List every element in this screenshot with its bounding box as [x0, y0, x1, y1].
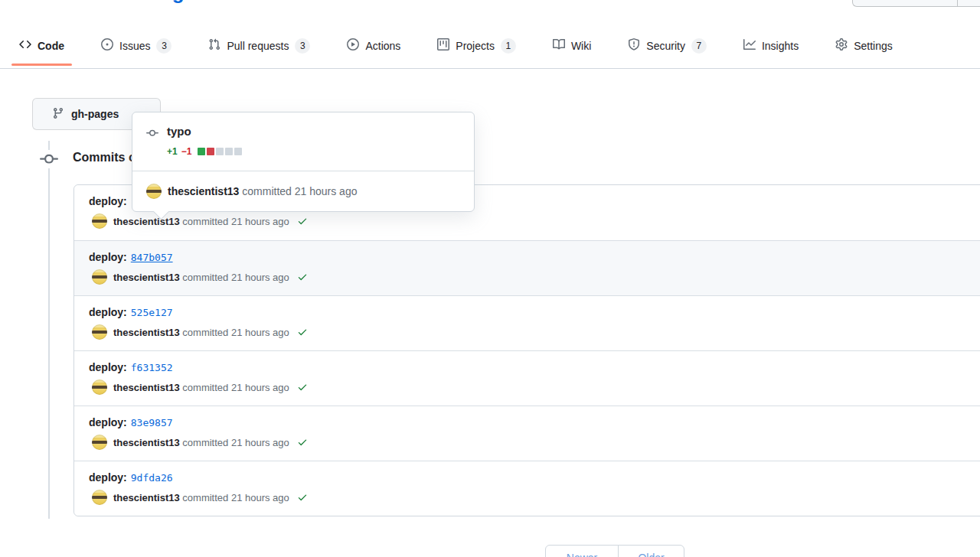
- diffstat-blocks: [198, 148, 242, 155]
- diff-block-neutral: [225, 148, 233, 155]
- hovercard-commit-section: typo +1 −1: [132, 112, 474, 171]
- git-branch-icon: [52, 107, 64, 122]
- tab-code[interactable]: Code: [11, 23, 73, 69]
- hovercard-commit-title: typo: [167, 125, 242, 138]
- repo-action-button-group[interactable]: [852, 0, 980, 7]
- commit-author-link[interactable]: thescientist13: [113, 382, 180, 393]
- graph-icon: [743, 38, 756, 53]
- hovercard-commit-time: committed 21 hours ago: [242, 185, 357, 197]
- commit-message-prefix: deploy:: [89, 195, 127, 207]
- gear-icon: [835, 38, 848, 53]
- check-icon[interactable]: [297, 382, 308, 393]
- commit-time: committed 21 hours ago: [182, 272, 289, 283]
- commit-time: committed 21 hours ago: [182, 437, 289, 448]
- check-icon[interactable]: [297, 216, 308, 226]
- tab-wiki[interactable]: Wiki: [544, 23, 599, 69]
- commit-title: deploy:9dfda26: [89, 471, 980, 485]
- commit-meta: thescientist13 committed 21 hours ago: [92, 490, 980, 505]
- commit-sha-link[interactable]: 83e9857: [131, 417, 173, 428]
- tab-insights-label: Insights: [762, 40, 799, 52]
- commit-time: committed 21 hours ago: [182, 327, 289, 338]
- tab-issues-counter: 3: [156, 38, 172, 54]
- commit-row-4: deploy:f631352 thescientist13 committed …: [74, 350, 980, 406]
- tab-settings-label: Settings: [854, 40, 893, 52]
- commit-meta: thescientist13 committed 21 hours ago: [92, 435, 980, 450]
- tab-security-counter: 7: [691, 38, 707, 54]
- tab-pull-requests-counter: 3: [295, 38, 310, 54]
- commit-author-link[interactable]: thescientist13: [113, 327, 180, 338]
- avatar[interactable]: [92, 435, 107, 450]
- commit-sha-link[interactable]: 847b057: [131, 252, 173, 263]
- button-group-divider: [957, 0, 958, 6]
- tab-wiki-label: Wiki: [571, 40, 591, 52]
- tab-issues[interactable]: Issues 3: [93, 23, 180, 69]
- commit-row-5: deploy:83e9857 thescientist13 committed …: [74, 406, 980, 461]
- project-icon: [437, 38, 449, 53]
- avatar[interactable]: [92, 379, 107, 395]
- tab-insights[interactable]: Insights: [735, 23, 807, 69]
- commit-row-2: deploy:847b057 thescientist13 committed …: [74, 240, 980, 295]
- hovercard-author-section: thescientist13 committed 21 hours ago: [132, 171, 474, 211]
- commit-row-6: deploy:9dfda26 thescientist13 committed …: [74, 461, 980, 516]
- hovercard-diffstat: +1 −1: [167, 146, 242, 157]
- diff-block-neutral: [234, 148, 242, 155]
- tab-actions[interactable]: Actions: [338, 23, 409, 69]
- repo-name-link[interactable]: greenwood: [172, 0, 279, 4]
- commit-message-prefix: deploy:: [89, 306, 127, 318]
- timeline-line: [48, 141, 50, 519]
- tab-security[interactable]: Security 7: [619, 23, 715, 69]
- commit-icon: [146, 125, 158, 157]
- repo-nav: Code Issues 3 Pull requests 3 Actions Pr…: [0, 23, 980, 69]
- avatar[interactable]: [92, 213, 107, 229]
- older-button[interactable]: Older: [618, 545, 684, 557]
- shield-icon: [628, 38, 640, 53]
- commit-title: deploy:525e127: [89, 305, 980, 320]
- check-icon[interactable]: [297, 437, 308, 448]
- commit-sha-link[interactable]: 9dfda26: [131, 472, 173, 484]
- tab-settings[interactable]: Settings: [827, 23, 901, 69]
- commit-time: committed 21 hours ago: [182, 492, 289, 503]
- play-icon: [347, 38, 359, 53]
- commit-title: deploy:847b057: [89, 250, 980, 265]
- issue-opened-icon: [101, 38, 113, 53]
- commit-message-prefix: deploy:: [89, 471, 127, 484]
- commit-message-prefix: deploy:: [89, 361, 127, 373]
- commit-message-prefix: deploy:: [89, 251, 127, 263]
- commit-time: committed 21 hours ago: [182, 382, 289, 393]
- commit-row-3: deploy:525e127 thescientist13 committed …: [74, 295, 980, 350]
- commit-time: committed 21 hours ago: [182, 216, 289, 227]
- tab-pull-requests-label: Pull requests: [227, 40, 289, 52]
- tab-projects-counter: 1: [501, 38, 516, 54]
- check-icon[interactable]: [297, 492, 308, 503]
- commit-meta: thescientist13 committed 21 hours ago: [92, 269, 980, 285]
- tab-pull-requests[interactable]: Pull requests 3: [200, 23, 318, 69]
- commit-author-link[interactable]: thescientist13: [113, 492, 180, 503]
- hovercard-author-link[interactable]: thescientist13: [168, 185, 239, 197]
- check-icon[interactable]: [297, 327, 308, 337]
- avatar[interactable]: [146, 184, 162, 199]
- commit-meta: thescientist13 committed 21 hours ago: [92, 379, 980, 395]
- commit-message-prefix: deploy:: [89, 416, 127, 428]
- pagination: Newer Older: [545, 545, 684, 557]
- commit-hovercard: typo +1 −1 thescientist13 committed 21 h…: [132, 112, 475, 212]
- avatar[interactable]: [92, 269, 107, 285]
- commit-author-link[interactable]: thescientist13: [113, 216, 180, 227]
- repo-owner-link[interactable]: thescientist13: [24, 0, 157, 4]
- commit-meta: thescientist13 committed 21 hours ago: [92, 324, 980, 340]
- breadcrumb: thescientist13/greenwood: [24, 0, 278, 5]
- commit-sha-link[interactable]: f631352: [131, 362, 173, 373]
- deletions-count: −1: [181, 146, 192, 157]
- commit-sha-link[interactable]: 525e127: [131, 307, 173, 318]
- commit-title: deploy:f631352: [89, 360, 980, 375]
- diff-block-add: [198, 148, 205, 155]
- tab-actions-label: Actions: [365, 40, 400, 52]
- newer-button[interactable]: Newer: [545, 545, 619, 557]
- tab-projects[interactable]: Projects 1: [429, 23, 524, 69]
- check-icon[interactable]: [297, 272, 308, 282]
- commit-meta: thescientist13 committed 21 hours ago: [92, 213, 980, 229]
- commit-author-link[interactable]: thescientist13: [113, 272, 180, 283]
- avatar[interactable]: [92, 490, 107, 505]
- avatar[interactable]: [92, 324, 107, 340]
- book-icon: [553, 38, 565, 53]
- commit-author-link[interactable]: thescientist13: [113, 437, 180, 448]
